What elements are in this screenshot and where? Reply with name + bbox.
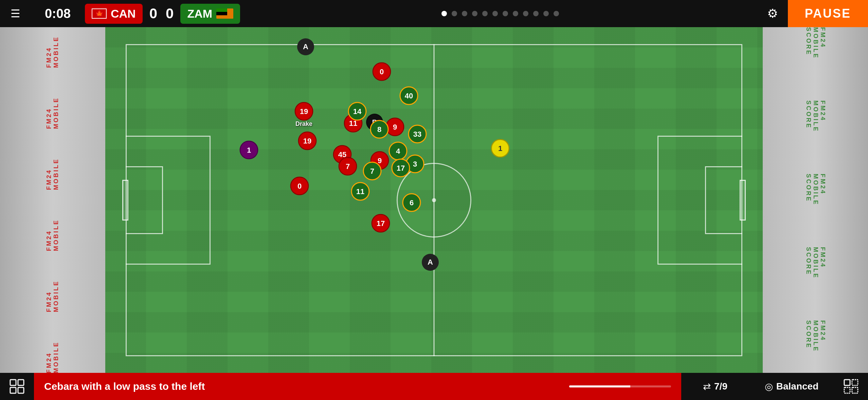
player-zam-17[interactable]: 17: [392, 159, 410, 177]
player-zam-11[interactable]: 11: [351, 182, 370, 201]
dot-10[interactable]: [533, 11, 539, 16]
bottom-bar: Cebara with a low pass to the left ⇄ 7/9…: [0, 373, 868, 400]
side-ad-text-right-1: FM24 MOBILE SCORE: [805, 27, 826, 80]
team-zambia: ZAM: [180, 4, 240, 24]
center-dot: [432, 198, 436, 202]
bottom-left-icon[interactable]: [0, 379, 34, 394]
commentary-progress-bar: [569, 385, 671, 387]
player-zam-7[interactable]: 7: [363, 162, 382, 180]
commentary-progress-fill: [569, 385, 630, 387]
svg-rect-0: [10, 380, 16, 385]
svg-rect-7: [852, 387, 858, 393]
dot-8[interactable]: [513, 11, 518, 16]
score-team2: 0: [166, 5, 174, 22]
side-ad-text-left-6: FM24 MOBILE: [46, 332, 60, 373]
zambia-flag: [216, 8, 233, 19]
dot-3[interactable]: [462, 11, 467, 16]
bottom-right-icon[interactable]: [834, 379, 868, 394]
top-bar: ☰ 0:08 CAN 0 0 ZAM ⚙ PAUSE: [0, 0, 868, 27]
side-panel-right: FM24 MOBILE SCORE FM24 MOBILE SCORE FM24…: [763, 27, 868, 373]
goal-area-right: [705, 166, 742, 234]
a-marker-bottom: A: [422, 254, 439, 271]
substitution-icon: ⇄: [703, 381, 711, 392]
side-ad-text-left-5: FM24 MOBILE: [46, 271, 60, 312]
dot-11[interactable]: [543, 11, 549, 16]
player-zam-8[interactable]: 8: [370, 120, 389, 139]
side-ad-text-left-3: FM24 MOBILE: [46, 149, 60, 190]
svg-rect-5: [852, 380, 858, 385]
player-can-17[interactable]: 17: [372, 214, 390, 233]
player-can-7[interactable]: 7: [339, 157, 357, 176]
side-ad-text-left-1: FM24 MOBILE: [46, 27, 60, 68]
player-zam-40[interactable]: 40: [400, 87, 418, 105]
side-panel-left: FM24 MOBILE FM24 MOBILE FM24 MOBILE FM24…: [0, 27, 105, 373]
game-timer: 0:08: [41, 6, 75, 21]
dot-4[interactable]: [472, 11, 477, 16]
dot-5[interactable]: [482, 11, 488, 16]
settings-icon[interactable]: ⚙: [761, 6, 784, 21]
target-icon: ◎: [765, 381, 773, 392]
score-block: 0 0: [149, 5, 174, 22]
side-ad-text-right-3: FM24 MOBILE SCORE: [805, 174, 826, 227]
canada-flag: [92, 8, 107, 19]
dot-2[interactable]: [452, 11, 457, 16]
dot-6[interactable]: [492, 11, 498, 16]
a-marker-top: A: [297, 38, 314, 55]
commentary-bar: Cebara with a low pass to the left: [34, 373, 681, 400]
svg-rect-3: [18, 387, 24, 393]
player-zam-4[interactable]: 4: [389, 142, 408, 160]
player-zam-6[interactable]: 6: [402, 193, 421, 212]
dot-9[interactable]: [523, 11, 528, 16]
balance-label: Balanced: [776, 381, 819, 392]
dot-1[interactable]: [441, 11, 447, 16]
goal-right: [740, 180, 746, 221]
svg-rect-1: [18, 380, 24, 385]
menu-icon[interactable]: ☰: [0, 7, 31, 20]
goal-area-left: [126, 166, 163, 234]
goal-left: [122, 180, 128, 221]
substitution-counter[interactable]: ⇄ 7/9: [681, 381, 749, 392]
pause-button[interactable]: PAUSE: [788, 0, 868, 27]
team-canada: CAN: [85, 4, 143, 24]
side-ad-text-left-2: FM24 MOBILE: [46, 88, 60, 129]
player-zam-33[interactable]: 33: [408, 125, 427, 144]
balance-control[interactable]: ◎ Balanced: [749, 381, 834, 392]
team-canada-name: CAN: [111, 7, 136, 20]
dot-7[interactable]: [503, 11, 508, 16]
player-can-0b[interactable]: 0: [373, 62, 391, 81]
commentary-text: Cebara with a low pass to the left: [44, 381, 562, 392]
side-ad-text-right-4: FM24 MOBILE SCORE: [805, 247, 826, 300]
svg-rect-4: [844, 380, 850, 385]
svg-rect-2: [10, 387, 16, 393]
score-team1: 0: [149, 5, 157, 22]
player-can-19a[interactable]: 19: [295, 102, 313, 121]
page-dots: [240, 11, 761, 16]
dot-12[interactable]: [554, 11, 559, 16]
player-zam-gk[interactable]: 1: [491, 139, 510, 158]
svg-rect-6: [844, 387, 850, 393]
side-ad-text-right-2: FM24 MOBILE SCORE: [805, 100, 826, 153]
substitution-count: 7/9: [714, 381, 727, 392]
player-can-gk[interactable]: 1: [240, 141, 258, 159]
player-can-0a[interactable]: 0: [290, 177, 309, 195]
side-ad-text-left-4: FM24 MOBILE: [46, 210, 60, 251]
team-zambia-name: ZAM: [187, 7, 212, 20]
side-ad-text-right-5: FM24 MOBILE SCORE: [805, 320, 826, 373]
player-can-19b[interactable]: 19: [298, 132, 317, 150]
football-field[interactable]: A A 19 Drake 19 11 9 9 45 7 0 17 0 R 40 …: [105, 27, 763, 373]
player-zam-14[interactable]: 14: [348, 102, 367, 121]
